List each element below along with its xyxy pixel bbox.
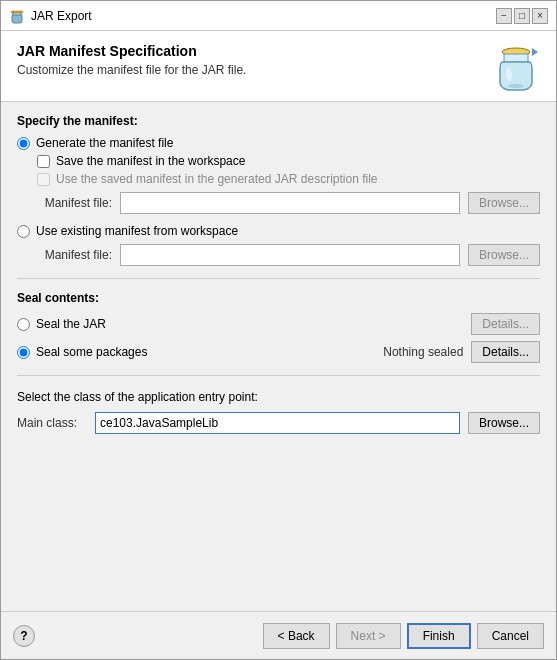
back-button[interactable]: < Back: [263, 623, 330, 649]
seal-jar-left[interactable]: Seal the JAR: [17, 317, 106, 331]
manifest-file-input-1[interactable]: [120, 192, 460, 214]
cancel-button[interactable]: Cancel: [477, 623, 544, 649]
maximize-button[interactable]: □: [514, 8, 530, 24]
seal-some-radio[interactable]: [17, 346, 30, 359]
entry-section: Select the class of the application entr…: [17, 390, 540, 434]
seal-some-row: Seal some packages Nothing sealed Detail…: [17, 341, 540, 363]
use-saved-manifest-checkbox-item[interactable]: Use the saved manifest in the generated …: [37, 172, 540, 186]
use-existing-manifest-label[interactable]: Use existing manifest from workspace: [36, 224, 238, 238]
finish-button[interactable]: Finish: [407, 623, 471, 649]
seal-section-label: Seal contents:: [17, 291, 540, 305]
use-saved-manifest-checkbox[interactable]: [37, 173, 50, 186]
separator-1: [17, 278, 540, 279]
use-saved-manifest-label[interactable]: Use the saved manifest in the generated …: [56, 172, 378, 186]
seal-some-details-button[interactable]: Details...: [471, 341, 540, 363]
window-title: JAR Export: [31, 9, 92, 23]
seal-jar-radio[interactable]: [17, 318, 30, 331]
close-button[interactable]: ×: [532, 8, 548, 24]
main-panel: Specify the manifest: Generate the manif…: [1, 102, 556, 611]
seal-jar-right: Details...: [471, 313, 540, 335]
entry-section-label: Select the class of the application entr…: [17, 390, 540, 404]
main-class-label: Main class:: [17, 416, 87, 430]
seal-some-left[interactable]: Seal some packages: [17, 345, 147, 359]
title-bar: JAR Export − □ ×: [1, 1, 556, 31]
main-class-browse-button[interactable]: Browse...: [468, 412, 540, 434]
title-bar-controls: − □ ×: [496, 8, 548, 24]
page-title: JAR Manifest Specification: [17, 43, 246, 59]
browse-button-1[interactable]: Browse...: [468, 192, 540, 214]
manifest-file-label-1: Manifest file:: [37, 196, 112, 210]
seal-some-label[interactable]: Seal some packages: [36, 345, 147, 359]
nothing-sealed-text: Nothing sealed: [383, 345, 463, 359]
manifest-section-label: Specify the manifest:: [17, 114, 540, 128]
manifest-file-row-1: Manifest file: Browse...: [37, 192, 540, 214]
seal-jar-details-button[interactable]: Details...: [471, 313, 540, 335]
generate-manifest-options: Save the manifest in the workspace Use t…: [37, 154, 540, 186]
minimize-button[interactable]: −: [496, 8, 512, 24]
manifest-file-label-2: Manifest file:: [37, 248, 112, 262]
seal-jar-label[interactable]: Seal the JAR: [36, 317, 106, 331]
use-existing-radio-item[interactable]: Use existing manifest from workspace: [17, 224, 540, 238]
use-existing-manifest-radio[interactable]: [17, 225, 30, 238]
footer: ? < Back Next > Finish Cancel: [1, 611, 556, 659]
browse-button-2[interactable]: Browse...: [468, 244, 540, 266]
save-manifest-checkbox[interactable]: [37, 155, 50, 168]
footer-right: < Back Next > Finish Cancel: [263, 623, 544, 649]
svg-point-6: [508, 84, 524, 88]
svg-rect-4: [504, 54, 528, 62]
header-text: JAR Manifest Specification Customize the…: [17, 43, 246, 77]
save-manifest-checkbox-item[interactable]: Save the manifest in the workspace: [37, 154, 540, 168]
window: JAR Export − □ × JAR Manifest Specificat…: [0, 0, 557, 660]
page-description: Customize the manifest file for the JAR …: [17, 63, 246, 77]
generate-manifest-radio[interactable]: [17, 137, 30, 150]
generate-manifest-radio-item[interactable]: Generate the manifest file: [17, 136, 540, 150]
seal-jar-row: Seal the JAR Details...: [17, 313, 540, 335]
separator-2: [17, 375, 540, 376]
manifest-file-row-2: Manifest file: Browse...: [37, 244, 540, 266]
main-class-input[interactable]: [95, 412, 460, 434]
header-icon: [492, 43, 540, 91]
next-button[interactable]: Next >: [336, 623, 401, 649]
jar-icon-large: [494, 42, 538, 92]
jar-title-icon: [9, 8, 25, 24]
svg-rect-2: [11, 11, 23, 13]
manifest-file-input-2[interactable]: [120, 244, 460, 266]
generate-manifest-label[interactable]: Generate the manifest file: [36, 136, 173, 150]
svg-marker-7: [532, 48, 538, 56]
main-class-row: Main class: Browse...: [17, 412, 540, 434]
header-panel: JAR Manifest Specification Customize the…: [1, 31, 556, 102]
title-bar-left: JAR Export: [9, 8, 92, 24]
help-button[interactable]: ?: [13, 625, 35, 647]
save-manifest-label[interactable]: Save the manifest in the workspace: [56, 154, 245, 168]
footer-left: ?: [13, 625, 35, 647]
seal-some-right: Nothing sealed Details...: [383, 341, 540, 363]
